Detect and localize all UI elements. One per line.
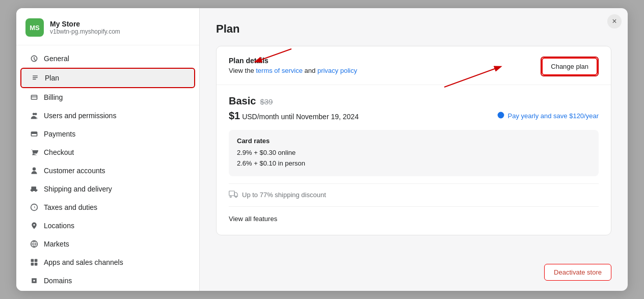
store-header: MS My Store v1bwtn-pg.myshopify.com	[16, 8, 199, 45]
domains-icon	[30, 276, 39, 285]
sidebar-item-locations[interactable]: Locations	[20, 216, 195, 235]
sidebar: MS My Store v1bwtn-pg.myshopify.com Gene…	[16, 8, 200, 291]
shipping-icon	[30, 184, 39, 194]
store-info: My Store v1bwtn-pg.myshopify.com	[50, 20, 120, 35]
footer-row: Deactivate store	[216, 256, 611, 281]
sidebar-item-taxes[interactable]: Taxes and duties	[20, 198, 195, 216]
sidebar-item-apps-label: Apps and sales channels	[44, 258, 123, 266]
sidebar-item-customer-accounts[interactable]: Customer accounts	[20, 161, 195, 180]
users-icon	[30, 111, 39, 120]
sidebar-item-general-label: General	[44, 55, 69, 63]
deactivate-store-button[interactable]: Deactivate store	[544, 264, 611, 281]
page-title: Plan	[216, 22, 611, 36]
sidebar-item-customer-accounts-label: Customer accounts	[44, 167, 105, 175]
view-all-features-link[interactable]: View all features	[229, 213, 599, 225]
customer-accounts-icon	[30, 166, 39, 175]
sidebar-item-domains-label: Domains	[44, 277, 72, 285]
sidebar-item-markets-label: Markets	[44, 240, 69, 248]
sidebar-item-users-label: Users and permissions	[44, 112, 116, 120]
sidebar-item-shipping[interactable]: Shipping and delivery	[20, 180, 195, 198]
svg-rect-5	[35, 263, 38, 266]
shipping-discount-row: Up to 77% shipping discount	[229, 183, 599, 207]
card-rates-title: Card rates	[237, 137, 591, 145]
change-plan-btn-wrapper: Change plan	[541, 57, 599, 76]
locations-icon	[30, 221, 39, 230]
description-mid: and	[303, 67, 317, 74]
apps-icon	[30, 258, 39, 267]
plan-header: Plan details View the terms of service a…	[217, 46, 611, 85]
plan-details-info: Plan details View the terms of service a…	[229, 57, 357, 74]
sidebar-item-markets[interactable]: Markets	[20, 235, 195, 253]
checkout-icon	[30, 148, 39, 157]
svg-rect-2	[31, 259, 34, 262]
card-rate-online: 2.9% + $0.30 online	[237, 148, 591, 158]
pay-yearly-label: Pay yearly and save $120/year	[508, 112, 599, 120]
pay-yearly-link[interactable]: Pay yearly and save $120/year	[497, 111, 599, 121]
sidebar-item-billing[interactable]: Billing	[20, 88, 195, 106]
sidebar-item-plan[interactable]: Plan	[20, 68, 195, 88]
card-rate-inperson: 2.6% + $0.10 in person	[237, 158, 591, 169]
plan-body: Basic $39 $1 USD/month until November 19…	[217, 85, 611, 235]
nav-list: General Plan Billing	[16, 45, 199, 291]
sidebar-item-payments-label: Payments	[44, 130, 75, 138]
svg-point-7	[230, 196, 231, 197]
plan-icon	[31, 73, 40, 83]
sidebar-item-general[interactable]: General	[20, 49, 195, 68]
plan-details-title: Plan details	[229, 57, 357, 65]
svg-rect-3	[35, 259, 38, 262]
sidebar-item-checkout[interactable]: Checkout	[20, 143, 195, 161]
plan-price-row: $1 USD/month until November 19, 2024 Pay…	[229, 110, 599, 122]
general-icon	[30, 54, 39, 63]
sidebar-item-apps[interactable]: Apps and sales channels	[20, 253, 195, 271]
sidebar-item-users[interactable]: Users and permissions	[20, 106, 195, 125]
store-name: My Store	[50, 20, 120, 28]
sidebar-item-shipping-label: Shipping and delivery	[44, 185, 112, 193]
close-button[interactable]: ×	[607, 14, 622, 29]
modal-overlay: × MS My Store v1bwtn-pg.myshopify.com Ge…	[0, 0, 644, 299]
plan-price: $1 USD/month until November 19, 2024	[229, 110, 359, 122]
billing-icon	[30, 93, 39, 102]
main-content: Plan Plan details View the terms of serv…	[200, 8, 628, 291]
plan-card: Plan details View the terms of service a…	[216, 46, 611, 235]
sidebar-item-customer-events[interactable]: Customer events	[20, 290, 195, 291]
sidebar-item-locations-label: Locations	[44, 222, 74, 230]
plan-original-price: $39	[260, 97, 273, 106]
privacy-policy-link[interactable]: privacy policy	[317, 67, 357, 74]
shipping-truck-icon	[229, 190, 238, 200]
plan-name-row: Basic $39	[229, 95, 599, 107]
plan-price-amount: $1	[229, 110, 240, 121]
description-prefix: View the	[229, 67, 256, 74]
sidebar-item-checkout-label: Checkout	[44, 148, 74, 156]
terms-of-service-link[interactable]: terms of service	[256, 67, 303, 74]
card-rates-box: Card rates 2.9% + $0.30 online 2.6% + $0…	[229, 130, 599, 176]
svg-rect-4	[31, 263, 34, 266]
store-url: v1bwtn-pg.myshopify.com	[50, 28, 120, 35]
plan-name: Basic	[229, 95, 256, 107]
taxes-icon	[30, 203, 39, 212]
sidebar-item-plan-label: Plan	[45, 74, 59, 82]
sidebar-item-domains[interactable]: Domains	[20, 271, 195, 290]
svg-rect-6	[229, 191, 235, 196]
store-avatar: MS	[25, 18, 44, 37]
payments-icon	[30, 129, 39, 139]
change-plan-button[interactable]: Change plan	[542, 58, 598, 75]
settings-modal: × MS My Store v1bwtn-pg.myshopify.com Ge…	[16, 8, 628, 291]
markets-icon	[30, 239, 39, 249]
sidebar-item-payments[interactable]: Payments	[20, 125, 195, 143]
pay-yearly-icon	[497, 111, 505, 121]
sidebar-item-taxes-label: Taxes and duties	[44, 203, 97, 211]
sidebar-item-billing-label: Billing	[44, 93, 63, 101]
svg-point-8	[235, 196, 237, 197]
shipping-discount-text: Up to 77% shipping discount	[242, 191, 326, 199]
plan-details-sub: View the terms of service and privacy po…	[229, 67, 357, 74]
plan-price-unit: USD/month until November 19, 2024	[242, 113, 359, 121]
